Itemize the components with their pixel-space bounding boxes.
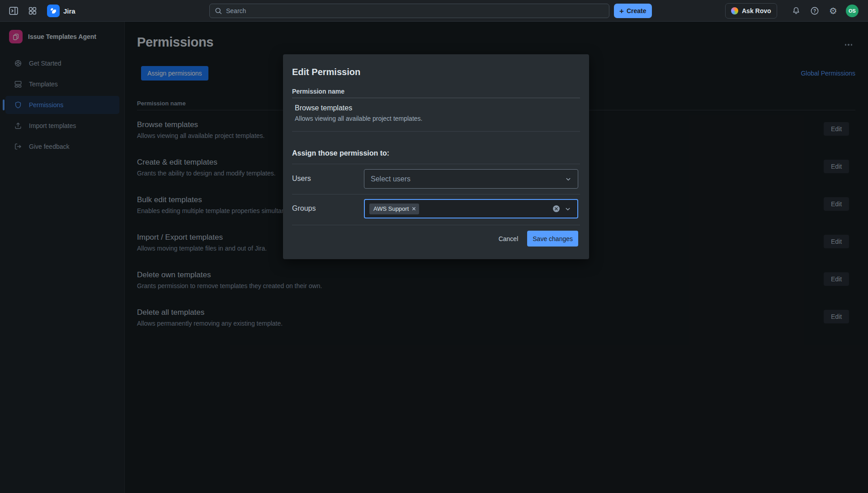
plus-icon: + [619, 7, 624, 15]
search-icon [214, 7, 222, 15]
sidebar-toggle-button[interactable] [6, 4, 21, 18]
avatar-initials: OS [849, 8, 856, 14]
assign-heading: Assign those permission to: [292, 149, 389, 157]
ask-rovo-label: Ask Rovo [742, 7, 771, 14]
row-divider [292, 194, 580, 194]
top-nav: Jira + Create Ask Rovo ? [0, 0, 868, 22]
app-name: Jira [63, 0, 75, 22]
app-switcher-button[interactable] [25, 4, 40, 18]
ask-rovo-button[interactable]: Ask Rovo [725, 3, 777, 19]
rovo-icon [731, 7, 738, 14]
edit-permission-modal: Edit Permission Permission name Browse t… [283, 54, 589, 259]
svg-text:?: ? [813, 9, 816, 14]
jira-logo-icon[interactable] [47, 5, 60, 17]
remove-chip-icon[interactable] [411, 206, 416, 211]
help-button[interactable]: ? [807, 4, 822, 18]
search-input[interactable] [226, 7, 604, 14]
group-chip-label: AWS Support [373, 205, 409, 212]
users-select-placeholder: Select users [371, 175, 410, 183]
label-underline [292, 98, 580, 98]
cancel-button[interactable]: Cancel [493, 232, 524, 246]
panel-toggle-icon [8, 5, 19, 16]
notifications-button[interactable] [789, 4, 803, 18]
groups-chips: AWS Support [365, 204, 419, 214]
app-grid-icon [28, 6, 38, 16]
chevron-down-icon[interactable] [564, 205, 572, 213]
users-select[interactable]: Select users [364, 169, 578, 189]
help-icon: ? [810, 6, 820, 16]
create-button[interactable]: + Create [614, 4, 652, 18]
row-divider [292, 164, 580, 164]
chevron-down-icon[interactable] [564, 175, 572, 183]
modal-permission-description: Allows viewing all available project tem… [295, 115, 422, 122]
bell-icon [791, 6, 801, 16]
save-changes-button[interactable]: Save changes [527, 231, 578, 246]
gear-icon: ⚙ [829, 6, 837, 15]
groups-select[interactable]: AWS Support [364, 199, 578, 218]
search-bar[interactable] [209, 4, 609, 18]
avatar[interactable]: OS [846, 5, 859, 17]
modal-permission-name: Browse templates [295, 104, 352, 112]
groups-label: Groups [292, 204, 316, 213]
users-label: Users [292, 175, 311, 183]
clear-selection-icon[interactable] [552, 205, 560, 213]
settings-button[interactable]: ⚙ [826, 4, 840, 18]
modal-title: Edit Permission [292, 67, 360, 77]
permission-name-label: Permission name [292, 88, 344, 95]
section-divider [292, 131, 580, 132]
footer-divider [292, 225, 580, 225]
group-chip: AWS Support [369, 204, 419, 214]
modal-footer: Cancel Save changes [493, 231, 578, 246]
create-button-label: Create [627, 7, 646, 14]
